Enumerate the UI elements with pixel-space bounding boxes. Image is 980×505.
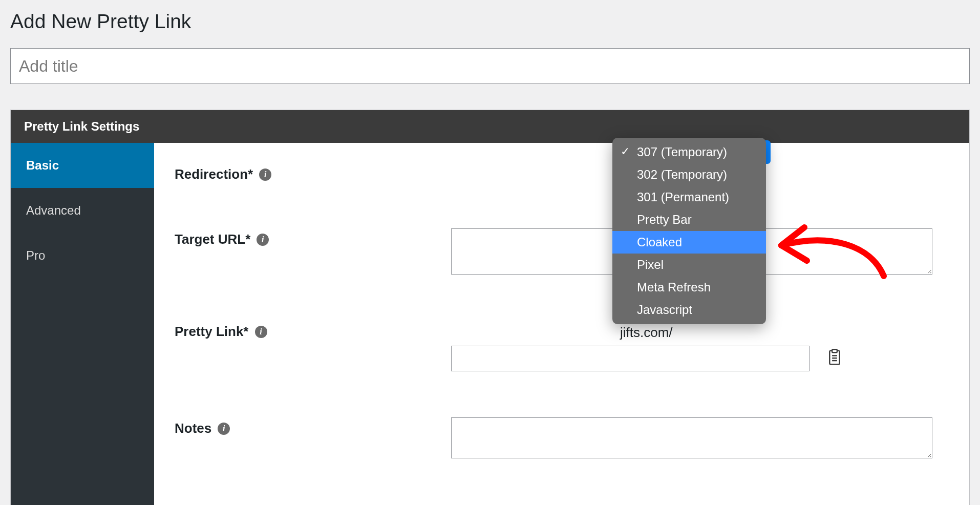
info-icon[interactable]: i	[218, 423, 230, 435]
pretty-link-slug-input[interactable]	[451, 346, 809, 371]
dropdown-option-pretty-bar[interactable]: Pretty Bar	[612, 208, 766, 231]
dropdown-option-301[interactable]: 301 (Permanent)	[612, 186, 766, 208]
dropdown-option-javascript[interactable]: Javascript	[612, 299, 766, 321]
pretty-link-label-wrap: Pretty Link* i	[175, 321, 451, 340]
pretty-link-label: Pretty Link*	[175, 324, 249, 340]
notes-input[interactable]	[451, 417, 932, 458]
redirection-dropdown[interactable]: 307 (Temporary) 302 (Temporary) 301 (Per…	[612, 138, 766, 324]
settings-tabs: Basic Advanced Pro	[11, 143, 154, 505]
settings-panel: Pretty Link Settings Basic Advanced Pro …	[10, 110, 970, 505]
panel-body: Basic Advanced Pro Redirection* i	[11, 143, 969, 505]
info-icon[interactable]: i	[257, 234, 269, 246]
pretty-link-control: jifts.com/	[451, 321, 949, 371]
tab-advanced[interactable]: Advanced	[11, 188, 154, 233]
redirection-label-wrap: Redirection* i	[175, 163, 451, 182]
title-input[interactable]	[10, 48, 970, 84]
page-root: Add New Pretty Link Pretty Link Settings…	[0, 0, 980, 505]
redirection-label: Redirection*	[175, 166, 253, 182]
row-target-url: Target URL* i	[175, 228, 949, 275]
form-area: Redirection* i Target URL* i	[154, 143, 969, 505]
dropdown-option-pixel[interactable]: Pixel	[612, 254, 766, 276]
dropdown-option-307[interactable]: 307 (Temporary)	[612, 141, 766, 163]
copy-icon[interactable]	[827, 349, 842, 368]
notes-label: Notes	[175, 420, 211, 436]
target-url-label-wrap: Target URL* i	[175, 228, 451, 247]
tab-pro[interactable]: Pro	[11, 233, 154, 278]
dropdown-option-meta-refresh[interactable]: Meta Refresh	[612, 276, 766, 299]
dropdown-option-302[interactable]: 302 (Temporary)	[612, 163, 766, 186]
row-redirection: Redirection* i	[175, 163, 949, 182]
notes-control	[451, 417, 949, 458]
target-url-label: Target URL*	[175, 232, 250, 247]
row-notes: Notes i	[175, 417, 949, 458]
pretty-link-slug-row	[451, 346, 842, 371]
tab-basic[interactable]: Basic	[11, 143, 154, 188]
page-title: Add New Pretty Link	[10, 10, 970, 33]
notes-label-wrap: Notes i	[175, 417, 451, 436]
svg-rect-1	[832, 349, 837, 352]
row-pretty-link: Pretty Link* i jifts.com/	[175, 321, 949, 371]
dropdown-option-cloaked[interactable]: Cloaked	[612, 231, 766, 254]
info-icon[interactable]: i	[255, 326, 267, 338]
info-icon[interactable]: i	[259, 169, 271, 181]
panel-header: Pretty Link Settings	[11, 110, 969, 143]
